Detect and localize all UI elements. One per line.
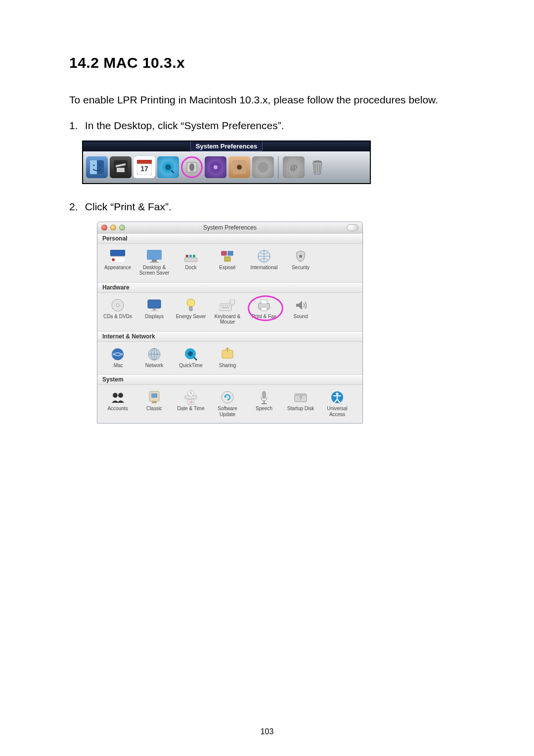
pref-item-printfax[interactable]: Print & Fax — [246, 297, 282, 326]
step-1-number: 1. — [69, 116, 82, 136]
pref-item-label: Universal Access — [319, 406, 355, 417]
classic-icon — [146, 390, 163, 405]
dock-row: 17 @ — [83, 151, 370, 183]
pref-item-dotmac[interactable]: .Mac — [99, 346, 136, 370]
trash-icon[interactable] — [307, 156, 328, 178]
pref-item-label: CDs & DVDs — [103, 314, 132, 320]
pref-item-universal[interactable]: Universal Access — [319, 389, 356, 418]
pref-item-label: Displays — [145, 314, 164, 320]
dock-figure: System Preferences 17 — [82, 141, 371, 184]
pref-item-label: Startup Disk — [287, 406, 314, 412]
pref-item-network[interactable]: Network — [136, 346, 173, 370]
iphoto-icon[interactable] — [228, 156, 250, 178]
pref-item-label: International — [250, 265, 277, 271]
close-icon[interactable] — [101, 225, 107, 231]
section-grid: CDs & DVDsDisplaysEnergy SaverKeyboard &… — [97, 293, 362, 331]
pref-item-displays[interactable]: Displays — [136, 297, 173, 326]
finder-icon[interactable] — [86, 156, 108, 178]
pref-item-startup[interactable]: ?Startup Disk — [282, 389, 319, 418]
system-preferences-icon[interactable] — [181, 156, 203, 178]
svg-point-10 — [165, 164, 171, 170]
svg-rect-39 — [148, 300, 161, 308]
intro-paragraph: To enable LPR Printing in Macintosh 10.3… — [69, 90, 465, 110]
svg-rect-20 — [110, 250, 125, 256]
pref-item-security[interactable]: Security — [282, 248, 319, 277]
window-controls — [101, 225, 125, 231]
window-title: System Preferences — [97, 224, 362, 231]
pref-item-desktop[interactable]: Desktop & Screen Saver — [136, 248, 173, 277]
toolbar-toggle-icon[interactable] — [347, 224, 358, 231]
svg-rect-25 — [150, 262, 159, 263]
step-2-number: 2. — [69, 197, 82, 217]
quicktime-icon[interactable] — [157, 156, 179, 178]
dock-separator — [278, 156, 279, 178]
svg-rect-27 — [186, 255, 188, 257]
ical-icon[interactable]: 17 — [134, 156, 155, 178]
pref-item-keyboard[interactable]: Keyboard & Mouse — [209, 297, 246, 326]
section-header: Internet & Network — [97, 331, 362, 342]
generic-app-icon[interactable] — [252, 156, 274, 178]
imovie-icon[interactable] — [110, 156, 132, 178]
mail-icon[interactable]: @ — [283, 156, 305, 178]
pref-item-international[interactable]: International — [246, 248, 282, 277]
quicktime-icon — [182, 347, 199, 362]
svg-rect-48 — [261, 307, 267, 311]
itunes-icon[interactable] — [205, 156, 226, 178]
international-icon — [256, 249, 272, 264]
pref-item-label: Sharing — [219, 363, 236, 369]
displays-icon — [146, 298, 163, 313]
svg-point-42 — [187, 299, 195, 307]
pref-item-accounts[interactable]: Accounts — [99, 389, 136, 418]
pref-item-cds[interactable]: CDs & DVDs — [99, 297, 136, 326]
pref-item-label: QuickTime — [179, 363, 202, 369]
cds-icon — [109, 298, 126, 313]
section-grid: AppearanceDesktop & Screen SaverDockExpo… — [97, 244, 362, 282]
keyboard-icon — [219, 298, 236, 313]
zoom-icon[interactable] — [119, 225, 125, 231]
pref-item-speech[interactable]: Speech — [246, 389, 282, 418]
pref-item-label: Energy Saver — [176, 314, 206, 320]
pref-item-update[interactable]: Software Update — [209, 389, 246, 418]
pref-item-label: Speech — [256, 406, 272, 412]
section-header: System — [97, 374, 362, 385]
dock-tooltip: System Preferences — [190, 142, 263, 151]
svg-rect-32 — [224, 257, 230, 261]
svg-rect-66 — [264, 401, 265, 403]
svg-rect-40 — [153, 308, 156, 310]
pref-item-quicktime[interactable]: QuickTime — [173, 346, 209, 370]
svg-rect-59 — [152, 401, 157, 403]
security-icon — [292, 249, 309, 264]
svg-point-53 — [188, 351, 193, 356]
pref-item-label: Accounts — [107, 406, 128, 412]
page-number: 103 — [0, 727, 534, 736]
svg-rect-43 — [189, 307, 192, 311]
energy-icon — [182, 298, 199, 313]
svg-text:?: ? — [299, 396, 302, 401]
pref-item-appearance[interactable]: Appearance — [99, 248, 136, 277]
pref-item-label: Print & Fax — [252, 314, 276, 320]
minimize-icon[interactable] — [110, 225, 116, 231]
section-grid: .MacNetworkQuickTimeSharing — [97, 342, 362, 375]
pref-item-label: Date & Time — [177, 406, 204, 412]
pref-item-sound[interactable]: Sound — [282, 297, 319, 326]
update-icon — [219, 390, 236, 405]
pref-item-energy[interactable]: Energy Saver — [173, 297, 209, 326]
pref-item-sharing[interactable]: Sharing — [209, 346, 246, 370]
svg-point-55 — [113, 393, 118, 398]
system-preferences-window: System Preferences PersonalAppearanceDes… — [97, 222, 363, 424]
pref-item-datetime[interactable]: 18Date & Time — [173, 389, 209, 418]
svg-rect-47 — [261, 300, 267, 304]
svg-rect-1 — [90, 160, 97, 174]
svg-point-38 — [116, 304, 119, 307]
pref-item-expose[interactable]: Exposé — [209, 248, 246, 277]
svg-rect-41 — [151, 310, 158, 311]
svg-point-22 — [112, 258, 115, 261]
svg-rect-58 — [151, 393, 157, 398]
pref-item-classic[interactable]: Classic — [136, 389, 173, 418]
desktop-icon — [146, 249, 163, 264]
syspref-body: PersonalAppearanceDesktop & Screen Saver… — [97, 234, 362, 424]
pref-item-dock[interactable]: Dock — [173, 248, 209, 277]
svg-point-64 — [222, 391, 233, 403]
step-1-text: In the Desktop, click “System Preference… — [85, 120, 284, 131]
startup-icon: ? — [292, 390, 309, 405]
